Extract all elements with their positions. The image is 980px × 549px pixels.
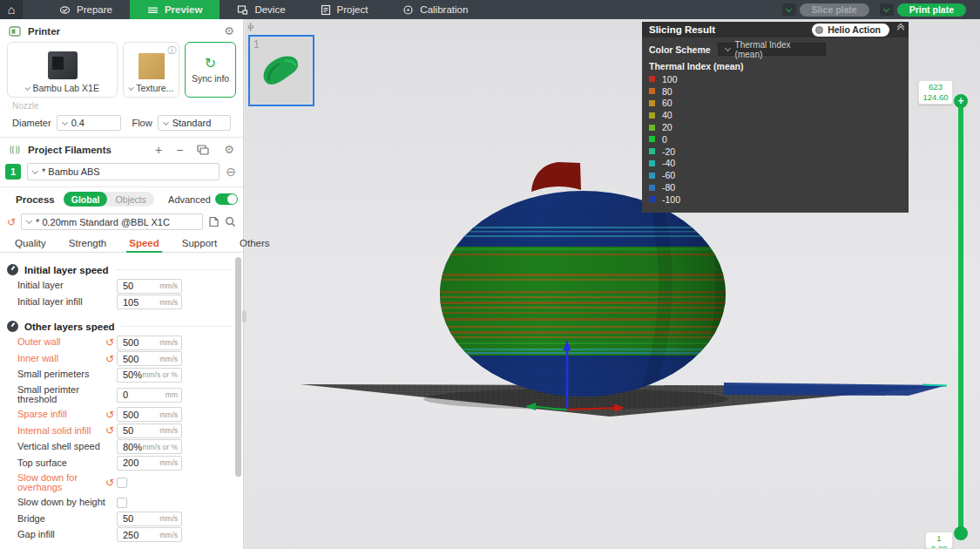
process-preset-select[interactable]: * 0.20mm Standard @BBL X1C xyxy=(21,214,203,230)
tab-project[interactable]: Project xyxy=(303,0,386,19)
save-preset-icon[interactable] xyxy=(208,216,220,227)
filament-settings-gear-icon[interactable]: ⚙ xyxy=(224,144,234,155)
initial-layer-input[interactable]: 50 mm/s xyxy=(117,279,182,294)
tab-quality[interactable]: Quality xyxy=(3,238,57,252)
slice-plate-button[interactable]: Slice plate xyxy=(800,3,869,17)
advanced-toggle-group: Advanced xyxy=(168,193,238,205)
legend-item: 100 xyxy=(642,73,909,85)
internal-solid-infill-input[interactable]: 50 mm/s xyxy=(117,424,182,438)
sidebar-collapse-icon[interactable]: ‹|› xyxy=(247,22,253,31)
reset-icon[interactable]: ↺ xyxy=(105,337,114,348)
scope-toggle[interactable]: Global Objects xyxy=(64,192,154,207)
legend-item: 20 xyxy=(642,121,909,133)
layer-slider-top-handle[interactable]: + xyxy=(954,94,968,108)
build-plate-card[interactable]: ⓘ Texture... xyxy=(123,42,179,98)
advanced-toggle[interactable] xyxy=(215,193,238,205)
diameter-select[interactable]: 0.4 xyxy=(57,115,122,131)
layer-slider-track[interactable] xyxy=(958,103,963,533)
reset-icon[interactable]: ↺ xyxy=(105,354,114,364)
sidebar: Printer ⚙ Bambu Lab X1E ⓘ Texture... ↻ S… xyxy=(0,19,244,549)
legend-swatch xyxy=(649,173,655,179)
plate-thumbnail[interactable]: 1 xyxy=(248,35,314,106)
printer-settings-gear-icon[interactable]: ⚙ xyxy=(224,25,234,37)
setting-row: Initial layer 50 mm/s xyxy=(0,278,243,295)
sparse-infill-input[interactable]: 500 mm/s xyxy=(117,407,182,422)
legend-swatch xyxy=(649,100,655,106)
layer-slider-bottom-handle[interactable] xyxy=(954,526,968,540)
add-filament-button[interactable]: + xyxy=(155,144,162,156)
tab-preview[interactable]: Preview xyxy=(130,0,220,19)
setting-row: Slow down by height xyxy=(0,495,243,512)
tab-strength[interactable]: Strength xyxy=(57,238,118,252)
slicing-result-title: Slicing Result xyxy=(649,24,715,35)
tab-speed[interactable]: Speed xyxy=(118,238,171,252)
scope-objects[interactable]: Objects xyxy=(107,194,154,205)
reset-icon[interactable]: ↺ xyxy=(105,425,114,436)
inner-wall-input[interactable]: 500 mm/s xyxy=(117,351,182,366)
setting-row: Slow down for overhangs ↺ xyxy=(0,471,243,495)
chevron-down-icon xyxy=(163,119,169,125)
info-icon[interactable]: ⓘ xyxy=(167,44,176,57)
printer-model-card[interactable]: Bambu Lab X1E xyxy=(7,42,118,98)
search-icon[interactable] xyxy=(225,216,236,227)
sync-info-label: Sync info xyxy=(192,73,229,84)
legend-swatch xyxy=(649,136,655,142)
top-surface-input[interactable]: 200 mm/s xyxy=(117,456,182,471)
process-section-header: Process Global Objects Advanced xyxy=(0,190,243,208)
flow-select[interactable]: Standard xyxy=(158,115,231,131)
small-perimeters-input[interactable]: 50% mm/s or % xyxy=(117,368,182,383)
sync-filament-list-icon[interactable] xyxy=(197,145,210,155)
filaments-section-header: Project Filaments + − ⚙ xyxy=(0,140,243,159)
tab-others[interactable]: Others xyxy=(228,238,281,252)
tab-support[interactable]: Support xyxy=(171,238,228,252)
printer-image xyxy=(48,51,78,79)
outer-wall-input[interactable]: 500 mm/s xyxy=(117,336,182,350)
reset-preset-icon[interactable]: ↺ xyxy=(7,217,16,227)
tab-calibration[interactable]: Calibration xyxy=(385,0,485,19)
print-options-dropdown[interactable] xyxy=(880,3,894,16)
collapse-panel-icon[interactable] xyxy=(898,27,903,32)
layer-slider-bottom-tooltip: 1 0.20 xyxy=(925,532,953,549)
panel-resize-handle[interactable] xyxy=(242,310,247,322)
process-preset-name: * 0.20mm Standard @BBL X1C xyxy=(36,217,170,227)
vertical-shell-speed-input[interactable]: 80% mm/s or % xyxy=(117,439,182,454)
legend-item: -40 xyxy=(642,158,909,170)
print-plate-button[interactable]: Print plate xyxy=(897,3,966,17)
legend-swatch xyxy=(649,76,655,82)
legend-item: 0 xyxy=(642,133,909,146)
tab-label: Device xyxy=(254,4,285,15)
home-button[interactable]: ⌂ xyxy=(0,0,23,19)
slow-down-by-height-checkbox[interactable] xyxy=(117,498,127,508)
tab-device[interactable]: Device xyxy=(220,0,302,19)
chevron-down-icon xyxy=(129,84,134,90)
tab-prepare[interactable]: Prepare xyxy=(42,0,130,19)
gap-infill-input[interactable]: 250 mm/s xyxy=(117,527,182,542)
filament-select[interactable]: * Bambu ABS xyxy=(27,163,220,180)
legend-swatch xyxy=(649,148,655,154)
chevron-down-icon xyxy=(725,45,731,51)
bridge-input[interactable]: 50 mm/s xyxy=(117,512,182,526)
slow-down-overhangs-checkbox[interactable] xyxy=(117,478,127,488)
printer-cards: Bambu Lab X1E ⓘ Texture... ↻ Sync info xyxy=(0,40,243,98)
remove-filament-circle-icon[interactable]: ⊖ xyxy=(226,166,236,178)
color-scheme-select[interactable]: Thermal Index (mean) xyxy=(718,43,826,56)
process-preset-row: ↺ * 0.20mm Standard @BBL X1C xyxy=(0,208,243,230)
filament-slot-badge: 1 xyxy=(5,164,21,180)
reset-icon[interactable]: ↺ xyxy=(105,478,114,488)
section-other-layers-speed: Other layers speed xyxy=(0,318,243,335)
process-section-title: Process xyxy=(16,194,55,205)
sync-info-button[interactable]: ↻ Sync info xyxy=(185,42,236,98)
printer-model-name: Bambu Lab X1E xyxy=(32,83,98,93)
reset-icon[interactable]: ↺ xyxy=(105,410,114,420)
scope-global[interactable]: Global xyxy=(64,192,108,207)
setting-row: Outer wall ↺ 500 mm/s xyxy=(0,335,243,351)
settings-scrollbar[interactable] xyxy=(235,257,241,477)
plate-texture-image xyxy=(139,53,165,79)
legend-item: 80 xyxy=(642,85,909,98)
helio-action-button[interactable]: Helio Action xyxy=(812,24,889,37)
slice-options-dropdown[interactable] xyxy=(782,3,796,16)
setting-row: Vertical shell speed 80% mm/s or % xyxy=(0,439,243,456)
remove-filament-button[interactable]: − xyxy=(176,144,183,156)
small-perimeter-threshold-input[interactable]: 0 mm xyxy=(117,388,182,403)
initial-layer-infill-input[interactable]: 105 mm/s xyxy=(117,295,182,309)
